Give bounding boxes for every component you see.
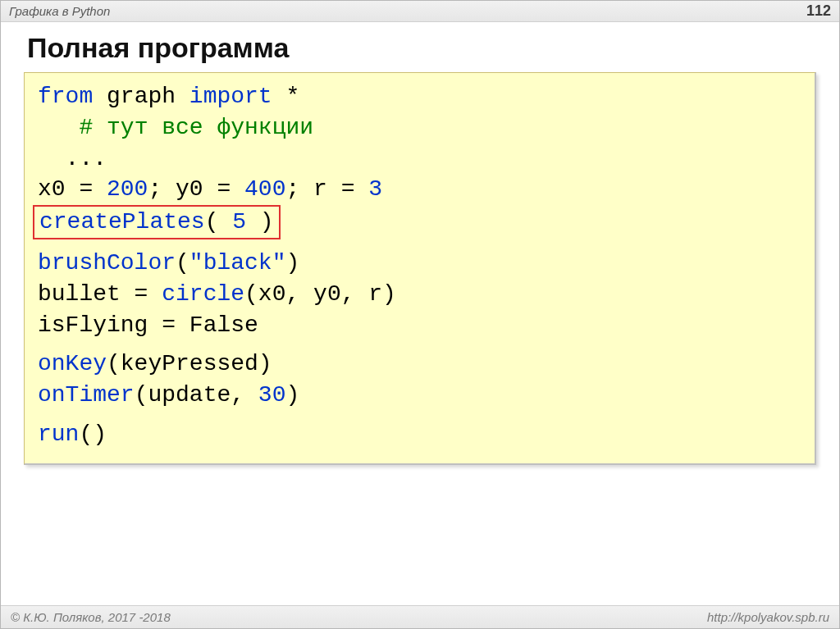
number-literal: 30 xyxy=(258,382,286,408)
code-line: brushColor("black") xyxy=(38,248,801,279)
code-line: from graph import * xyxy=(38,81,801,112)
code-line: isFlying = False xyxy=(38,310,801,341)
code-line: ... xyxy=(38,144,801,175)
paren-close: ) xyxy=(246,209,274,235)
code-text: x0 = xyxy=(38,176,107,202)
code-line: # тут все функции xyxy=(38,112,801,144)
paren-open: ( xyxy=(205,209,233,235)
code-text: () xyxy=(79,422,107,447)
function-call: circle xyxy=(162,281,244,307)
number-literal: 3 xyxy=(368,176,382,202)
blank-gap xyxy=(38,340,801,349)
code-line: x0 = 200; y0 = 400; r = 3 xyxy=(38,174,801,205)
keyword-import: import xyxy=(189,84,272,109)
number-literal: 400 xyxy=(244,176,285,202)
paren-open: ( xyxy=(176,250,189,276)
red-highlight-box: createPlates( 5 ) xyxy=(33,205,281,239)
code-text: bullet = xyxy=(38,281,162,307)
string-literal: "black" xyxy=(189,250,286,276)
header-bar: Графика в Python 112 xyxy=(1,1,839,22)
footer-bar: © К.Ю. Поляков, 2017 -2018 http://kpolya… xyxy=(1,605,839,628)
indent xyxy=(38,115,79,140)
blank-gap xyxy=(38,239,801,248)
code-block-wrap: from graph import * # тут все функции ..… xyxy=(24,72,816,465)
number-literal: 200 xyxy=(107,176,148,202)
code-text: (x0, y0, r) xyxy=(244,281,396,307)
code-line-highlighted: createPlates( 5 ) xyxy=(38,205,801,239)
code-text: ) xyxy=(285,382,299,408)
function-call: createPlates xyxy=(39,209,205,235)
code-text: (keyPressed) xyxy=(107,351,272,376)
code-line: onTimer(update, 30) xyxy=(38,380,801,411)
comment: # тут все функции xyxy=(79,115,313,140)
slide: Графика в Python 112 Полная программа fr… xyxy=(0,0,840,629)
code-text: ; r = xyxy=(285,176,368,202)
code-text: isFlying = False xyxy=(38,312,258,338)
slide-title: Полная программа xyxy=(27,32,816,64)
content-area: Полная программа from graph import * # т… xyxy=(1,22,839,605)
function-call: run xyxy=(38,422,79,447)
copyright-text: © К.Ю. Поляков, 2017 -2018 xyxy=(11,610,171,624)
code-text: ; y0 = xyxy=(148,176,244,202)
function-call: onKey xyxy=(38,351,107,376)
number-literal: 5 xyxy=(232,209,246,235)
paren-close: ) xyxy=(285,250,299,276)
import-star: * xyxy=(272,84,300,109)
header-title: Графика в Python xyxy=(9,4,110,18)
page-number: 112 xyxy=(806,2,831,20)
code-line: run() xyxy=(38,419,801,450)
ellipsis: ... xyxy=(38,146,107,171)
footer-url: http://kpolyakov.spb.ru xyxy=(707,610,829,624)
keyword-from: from xyxy=(38,84,93,109)
module-name: graph xyxy=(93,84,189,109)
code-block: from graph import * # тут все функции ..… xyxy=(24,72,816,465)
function-call: brushColor xyxy=(38,250,176,276)
code-line: bullet = circle(x0, y0, r) xyxy=(38,279,801,310)
code-text: (update, xyxy=(135,382,258,408)
function-call: onTimer xyxy=(38,382,135,408)
code-line: onKey(keyPressed) xyxy=(38,349,801,380)
blank-gap xyxy=(38,411,801,419)
